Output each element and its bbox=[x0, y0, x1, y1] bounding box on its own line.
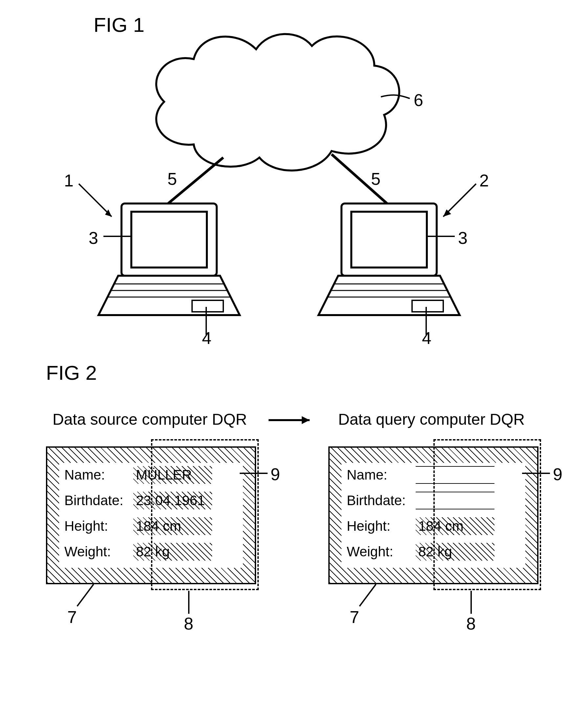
svg-rect-9 bbox=[351, 212, 427, 268]
ref-3b: 3 bbox=[458, 228, 468, 248]
fig2-title: FIG 2 bbox=[46, 361, 97, 384]
cloud-icon bbox=[156, 34, 399, 171]
ref-9a: 9 bbox=[270, 464, 280, 484]
svg-line-21 bbox=[360, 584, 376, 606]
ref-4a: 4 bbox=[202, 328, 211, 348]
row-label: Name: bbox=[64, 467, 133, 483]
row-label: Weight: bbox=[347, 544, 416, 560]
dashed-box-left bbox=[151, 439, 259, 590]
row-label: Birthdate: bbox=[347, 493, 416, 508]
ref-5b: 5 bbox=[371, 169, 381, 189]
ref-2: 2 bbox=[479, 171, 489, 190]
ref-6: 6 bbox=[414, 90, 423, 110]
svg-rect-13 bbox=[412, 300, 443, 312]
svg-rect-3 bbox=[131, 212, 207, 268]
leader-line bbox=[522, 473, 550, 474]
laptop-right-icon bbox=[319, 203, 460, 315]
svg-line-1 bbox=[332, 154, 391, 207]
row-label: Height: bbox=[64, 518, 133, 534]
ref-5a: 5 bbox=[167, 169, 177, 189]
figure-2: FIG 2 Data source computer DQR Data quer… bbox=[13, 361, 556, 709]
figure-1: FIG 1 bbox=[13, 13, 556, 348]
leader-line bbox=[74, 582, 107, 614]
ref-8a: 8 bbox=[184, 614, 193, 633]
ref-1: 1 bbox=[64, 171, 74, 190]
ref-9b: 9 bbox=[553, 464, 562, 484]
fig2-caption-left: Data source computer DQR bbox=[53, 410, 247, 428]
ref-4b: 4 bbox=[422, 328, 432, 348]
leader-line bbox=[240, 473, 267, 474]
row-label: Birthdate: bbox=[64, 493, 133, 508]
arrow-icon bbox=[265, 414, 321, 427]
ref-7a: 7 bbox=[67, 607, 77, 627]
row-label: Height: bbox=[347, 518, 416, 534]
svg-line-19 bbox=[77, 584, 94, 606]
laptop-left-icon bbox=[98, 203, 240, 315]
ref-3a: 3 bbox=[89, 228, 98, 248]
ref-7b: 7 bbox=[350, 607, 359, 627]
leader-line bbox=[356, 582, 389, 614]
row-label: Weight: bbox=[64, 544, 133, 560]
ref-8b: 8 bbox=[466, 614, 476, 633]
row-label: Name: bbox=[347, 467, 416, 483]
fig2-caption-right: Data query computer DQR bbox=[338, 410, 525, 428]
fig1-diagram bbox=[46, 20, 538, 348]
svg-rect-7 bbox=[192, 300, 223, 312]
dashed-box-right bbox=[433, 439, 541, 590]
